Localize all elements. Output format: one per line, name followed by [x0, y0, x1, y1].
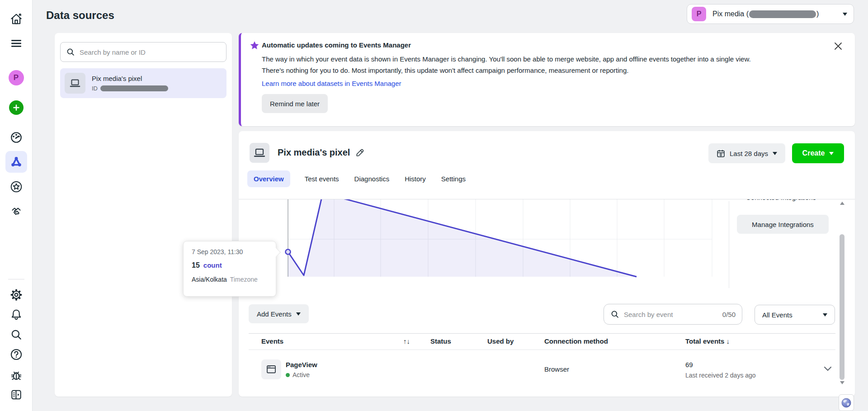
- chart-panel-divider: [729, 201, 729, 288]
- business-account-selector[interactable]: P Pix media (): [687, 4, 854, 24]
- col-header-events: Events: [261, 337, 283, 345]
- scrollbar-up-arrow[interactable]: [840, 202, 844, 205]
- rail-divider: [8, 279, 24, 279]
- banner-body-line1: The way in which your event data is show…: [262, 53, 751, 65]
- home-icon[interactable]: [5, 8, 27, 30]
- active-status-dot: [286, 373, 290, 377]
- collapse-panel-icon[interactable]: [5, 384, 27, 406]
- search-char-counter: 0/50: [722, 311, 736, 318]
- scrollbar-down-arrow[interactable]: [840, 381, 844, 384]
- source-search[interactable]: [60, 42, 226, 62]
- business-avatar[interactable]: P: [5, 67, 27, 89]
- search-icon[interactable]: [5, 324, 27, 345]
- browser-window-icon: [261, 359, 281, 379]
- tooltip-timezone: Asia/Kolkata: [192, 276, 227, 283]
- data-sources-panel: Pix media's pixel ID: [55, 33, 232, 397]
- account-avatar: P: [692, 7, 706, 21]
- events-line-chart[interactable]: [272, 199, 729, 283]
- menu-icon[interactable]: [5, 33, 27, 54]
- redacted-account-id: [749, 10, 816, 18]
- page-title: Data sources: [46, 9, 114, 22]
- manage-integrations-button[interactable]: Manage Integrations: [737, 215, 829, 234]
- chevron-down-icon: [843, 13, 847, 16]
- chart-area-fill: [288, 199, 637, 277]
- left-rail: P: [0, 0, 33, 411]
- event-filter-dropdown[interactable]: All Events: [755, 305, 835, 325]
- banner-body-line2: There's nothing for you to do. Most impo…: [262, 65, 751, 76]
- settings-gear-icon[interactable]: [5, 284, 27, 306]
- scrollbar-thumb[interactable]: [840, 234, 844, 380]
- tab-history[interactable]: History: [404, 170, 427, 187]
- search-icon: [66, 47, 75, 57]
- sort-icon[interactable]: ↑↓: [403, 337, 410, 345]
- source-search-input[interactable]: [80, 48, 221, 56]
- col-header-status: Status: [430, 337, 451, 345]
- update-notice-banner: Automatic updates coming to Events Manag…: [239, 33, 855, 126]
- events-quality-star-icon[interactable]: [5, 176, 27, 198]
- chevron-down-icon: [296, 312, 301, 316]
- account-label: Pix media (): [712, 10, 819, 18]
- event-name: PageView: [286, 361, 317, 368]
- tooltip-date: 7 Sep 2023, 11:30: [192, 248, 268, 255]
- partner-integrations-icon[interactable]: [5, 201, 27, 222]
- pixel-id-label: ID: [92, 85, 98, 92]
- tooltip-timezone-label: Timezone: [230, 276, 258, 283]
- learn-more-link[interactable]: Learn more about datasets in Events Mana…: [262, 80, 401, 87]
- laptop-icon: [250, 143, 269, 163]
- globe-icon: [841, 397, 852, 408]
- pixel-overview-card: Pix media's pixel Last 28 days Create Ov…: [239, 131, 855, 397]
- row-expand-chevron-icon[interactable]: [824, 365, 832, 373]
- chevron-down-icon: [823, 313, 827, 317]
- calendar-icon: [717, 149, 725, 158]
- create-plus-icon[interactable]: [5, 97, 27, 118]
- chart-highlight-marker: [286, 250, 291, 255]
- col-header-connection-method: Connection method: [544, 337, 608, 345]
- star-icon: [249, 40, 260, 53]
- event-search-input[interactable]: [624, 311, 692, 318]
- remind-me-later-button[interactable]: Remind me later: [262, 94, 328, 113]
- tooltip-unit: count: [203, 261, 222, 269]
- table-header-divider: [249, 350, 835, 350]
- data-sources-icon[interactable]: [5, 151, 27, 173]
- connection-method-value: Browser: [544, 365, 569, 373]
- events-manager-page: P: [0, 0, 868, 411]
- date-range-label: Last 28 days: [730, 150, 768, 157]
- status-label: Active: [292, 371, 310, 378]
- banner-body: The way in which your event data is show…: [262, 53, 751, 76]
- col-header-used-by: Used by: [487, 337, 514, 345]
- search-icon: [610, 310, 619, 319]
- tab-test-events[interactable]: Test events: [304, 170, 340, 187]
- table-top-divider: [249, 333, 835, 334]
- report-bug-icon[interactable]: [5, 364, 27, 386]
- tooltip-value: 15: [192, 261, 200, 269]
- pixel-list-item[interactable]: Pix media's pixel ID: [60, 68, 226, 98]
- chevron-down-icon: [773, 152, 777, 155]
- create-button[interactable]: Create: [792, 143, 844, 163]
- avatar: P: [9, 70, 24, 85]
- clipped-panel-heading: Connected Integrations: [737, 199, 841, 204]
- total-events-value: 69: [685, 361, 693, 368]
- last-received-label: Last received 2 days ago: [685, 372, 756, 379]
- chevron-down-icon: [829, 152, 834, 155]
- col-header-total-events[interactable]: Total events ↓: [685, 337, 730, 345]
- notifications-bell-icon[interactable]: [5, 304, 27, 326]
- speedometer-overview-icon[interactable]: [5, 127, 27, 148]
- laptop-icon: [65, 73, 85, 94]
- event-search[interactable]: 0/50: [604, 304, 742, 325]
- tab-bar: Overview Test events Diagnostics History…: [247, 170, 467, 187]
- banner-title: Automatic updates coming to Events Manag…: [262, 41, 411, 49]
- tab-settings[interactable]: Settings: [440, 170, 467, 187]
- add-events-button[interactable]: Add Events: [249, 304, 309, 323]
- date-range-selector[interactable]: Last 28 days: [708, 143, 785, 163]
- close-icon[interactable]: [833, 41, 843, 51]
- tab-diagnostics[interactable]: Diagnostics: [354, 170, 391, 187]
- sort-desc-icon: ↓: [726, 337, 730, 345]
- redacted-pixel-id: [100, 85, 168, 91]
- chart-tooltip: 7 Sep 2023, 11:30 15 count Asia/Kolkata …: [183, 241, 276, 297]
- pixel-name: Pix media's pixel: [92, 75, 168, 82]
- help-icon[interactable]: [5, 344, 27, 365]
- tab-overview[interactable]: Overview: [247, 170, 290, 187]
- globe-extension-button[interactable]: [839, 394, 854, 411]
- event-status: Active: [286, 371, 310, 378]
- edit-pencil-icon[interactable]: [355, 148, 364, 157]
